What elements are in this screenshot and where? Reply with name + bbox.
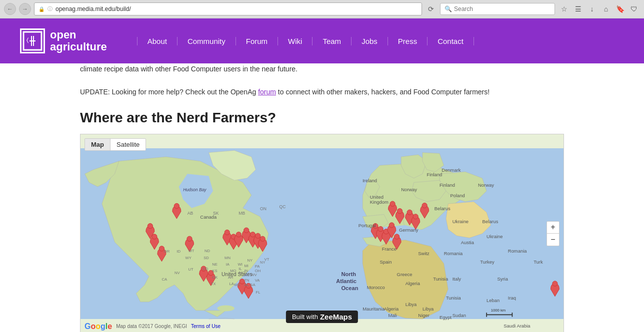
- svg-text:Mali: Mali: [388, 312, 397, 318]
- svg-text:IA: IA: [226, 262, 230, 267]
- reader-icon[interactable]: ☰: [572, 3, 584, 15]
- svg-text:Ireland: Ireland: [362, 178, 377, 183]
- home-icon[interactable]: ⌂: [600, 3, 612, 15]
- svg-text:Algeria: Algeria: [384, 306, 399, 312]
- svg-text:OR: OR: [164, 249, 170, 254]
- nav-press[interactable]: Press: [388, 37, 428, 45]
- svg-text:France: France: [382, 246, 396, 252]
- svg-text:Finland: Finland: [440, 182, 455, 188]
- svg-text:GA: GA: [250, 283, 256, 287]
- svg-text:Austia: Austia: [461, 240, 474, 245]
- nav-forum[interactable]: Forum: [236, 37, 278, 45]
- svg-text:WY: WY: [185, 256, 191, 260]
- refresh-button[interactable]: ⟳: [425, 3, 437, 15]
- svg-text:MO: MO: [239, 271, 245, 275]
- nav-team[interactable]: Team: [312, 37, 352, 45]
- svg-point-32: [422, 203, 427, 208]
- svg-text:Portugal: Portugal: [358, 223, 376, 228]
- bookmark-star-icon[interactable]: ☆: [558, 3, 570, 15]
- svg-text:WI: WI: [238, 262, 242, 267]
- svg-text:VT: VT: [264, 257, 270, 262]
- forum-link[interactable]: forum: [258, 88, 276, 96]
- svg-text:FL: FL: [256, 290, 260, 294]
- svg-text:VA: VA: [255, 278, 260, 283]
- svg-text:MO: MO: [230, 269, 236, 273]
- svg-text:ND: ND: [204, 249, 210, 253]
- svg-point-21: [260, 236, 265, 241]
- svg-text:QC: QC: [280, 204, 286, 209]
- svg-point-31: [394, 234, 399, 239]
- svg-point-15: [224, 230, 230, 235]
- svg-text:Egypt: Egypt: [440, 315, 452, 320]
- url-bar: 🔒 ⓘ openag.media.mit.edu/build/: [34, 2, 422, 15]
- nav-wiki[interactable]: Wiki: [278, 37, 312, 45]
- svg-text:AL: AL: [244, 283, 249, 287]
- map-zoom-controls: + −: [546, 221, 560, 246]
- svg-text:PA: PA: [255, 264, 260, 269]
- zeemaps-builtwith: Built with: [292, 313, 318, 321]
- svg-text:LA: LA: [229, 281, 234, 286]
- terms-of-use[interactable]: Terms of Use: [191, 324, 220, 329]
- main-content: climate recipe data with other Food Comp…: [0, 63, 644, 332]
- svg-text:SD: SD: [204, 256, 209, 260]
- logo-area: 〈 open agriculture: [20, 28, 107, 53]
- svg-point-24: [378, 226, 383, 231]
- svg-text:Hudson Bay: Hudson Bay: [183, 187, 206, 192]
- svg-point-28: [407, 210, 412, 215]
- svg-text:Tunisia: Tunisia: [433, 276, 448, 282]
- back-button[interactable]: ←: [4, 3, 16, 15]
- svg-text:Algeria: Algeria: [406, 280, 420, 286]
- svg-text:WV: WV: [250, 273, 257, 277]
- svg-text:〈: 〈: [26, 37, 29, 43]
- zoom-out-button[interactable]: −: [547, 234, 559, 246]
- svg-text:Kingdom: Kingdom: [370, 199, 388, 205]
- nav-community[interactable]: Community: [178, 37, 236, 45]
- svg-text:1000 km: 1000 km: [491, 308, 506, 313]
- url-text: openag.media.mit.edu/build/: [56, 5, 131, 12]
- svg-text:TN: TN: [244, 278, 249, 283]
- svg-text:KS: KS: [212, 269, 217, 273]
- logo-icon: 〈: [20, 28, 45, 53]
- svg-text:IL: IL: [238, 266, 242, 271]
- search-box[interactable]: 🔍: [440, 3, 555, 15]
- nav-jobs[interactable]: Jobs: [352, 37, 388, 45]
- svg-point-27: [397, 208, 402, 213]
- svg-text:MB: MB: [238, 210, 245, 215]
- svg-text:Morocco: Morocco: [367, 285, 385, 290]
- svg-text:Mauritania: Mauritania: [362, 306, 385, 312]
- satellite-view-button[interactable]: Satellite: [110, 139, 146, 150]
- map-controls: Map Satellite: [84, 138, 146, 151]
- site-nav: 〈 open agriculture About Community Forum…: [0, 18, 644, 63]
- svg-text:CA: CA: [162, 277, 168, 282]
- svg-point-17: [236, 232, 241, 237]
- shield-icon[interactable]: 🛡: [628, 3, 640, 15]
- svg-text:Atlantic: Atlantic: [336, 278, 356, 284]
- zoom-in-button[interactable]: +: [547, 222, 559, 234]
- svg-text:NE: NE: [212, 262, 218, 267]
- logo-text: open agriculture: [50, 29, 107, 53]
- download-icon[interactable]: ↓: [586, 3, 598, 15]
- svg-point-18: [244, 228, 249, 233]
- forward-button[interactable]: →: [19, 3, 31, 15]
- svg-text:Spain: Spain: [380, 259, 392, 265]
- bookmark-icon[interactable]: 🔖: [614, 3, 626, 15]
- svg-text:United: United: [370, 194, 384, 200]
- google-logo: Google: [84, 322, 112, 331]
- svg-text:Ocean: Ocean: [341, 285, 358, 291]
- nav-about[interactable]: About: [137, 37, 178, 45]
- svg-text:Switz: Switz: [418, 251, 430, 256]
- svg-text:Libya: Libya: [422, 306, 434, 312]
- svg-text:Leban: Leban: [486, 298, 500, 303]
- site-wrapper: 〈 open agriculture About Community Forum…: [0, 18, 644, 332]
- svg-text:Belarus: Belarus: [482, 218, 498, 224]
- nav-contact[interactable]: Contact: [428, 37, 474, 45]
- svg-text:MN: MN: [224, 256, 230, 260]
- climate-text: climate recipe data with other Food Comp…: [80, 63, 564, 74]
- svg-text:ID: ID: [176, 249, 180, 254]
- svg-text:Greece: Greece: [397, 272, 412, 277]
- svg-point-11: [187, 236, 192, 241]
- svg-point-29: [413, 214, 418, 219]
- svg-text:AB: AB: [188, 210, 194, 215]
- search-input[interactable]: [454, 5, 550, 12]
- map-view-button[interactable]: Map: [85, 139, 110, 150]
